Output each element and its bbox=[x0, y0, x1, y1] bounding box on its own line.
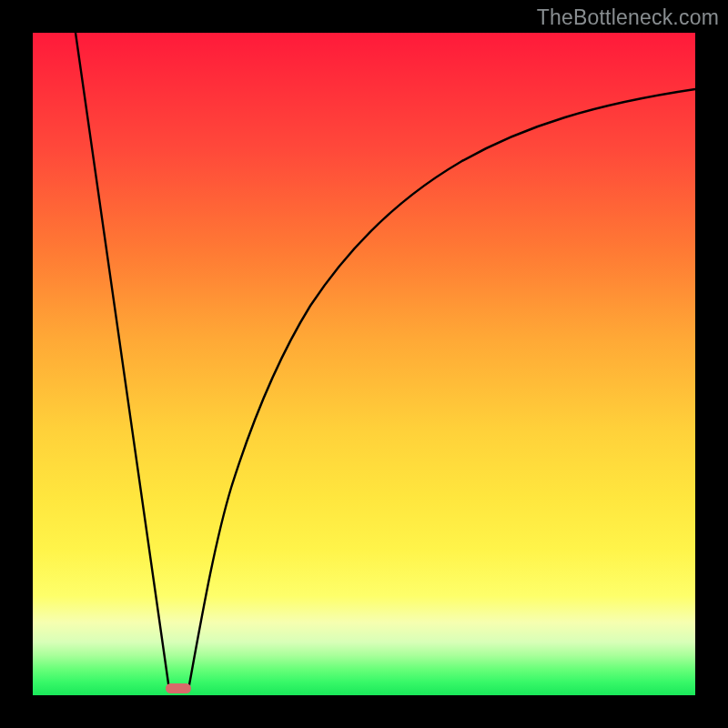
watermark-text: TheBottleneck.com bbox=[537, 5, 719, 30]
curve-right-ascent bbox=[188, 89, 695, 690]
chart-frame: TheBottleneck.com bbox=[0, 0, 728, 728]
curve-left-descent bbox=[76, 33, 169, 690]
minimum-marker bbox=[166, 683, 191, 693]
curve-layer bbox=[33, 33, 695, 695]
plot-area bbox=[33, 33, 695, 695]
